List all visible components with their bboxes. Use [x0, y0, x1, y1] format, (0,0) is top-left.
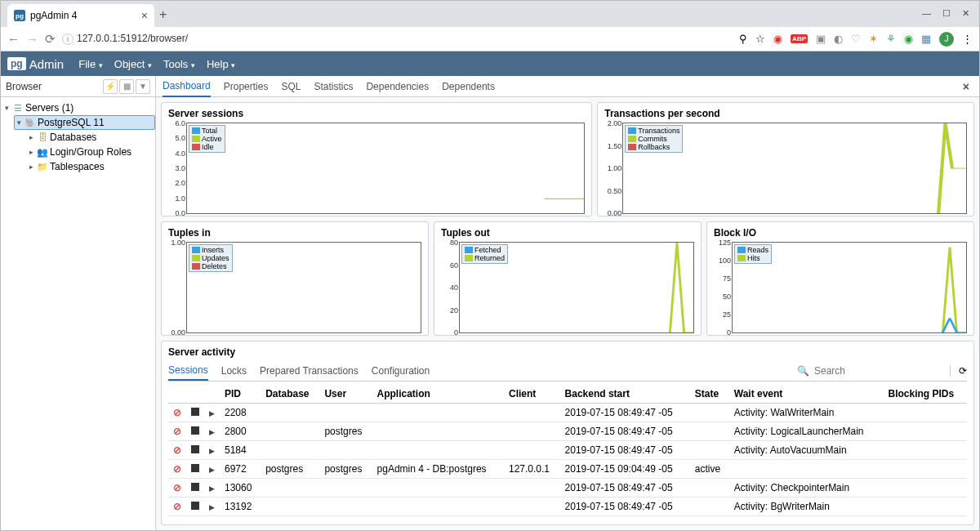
- tab-locks[interactable]: Locks: [221, 362, 247, 380]
- col-header[interactable]: [186, 385, 204, 404]
- table-row[interactable]: ⊘▶22082019-07-15 08:49:47 -05Activity: W…: [168, 404, 967, 422]
- content-tabs: Dashboard Properties SQL Statistics Depe…: [156, 76, 979, 97]
- col-header[interactable]: User: [319, 385, 372, 404]
- browser-toolbar: ← → ⟳ i127.0.0.1:51912/browser/ ⚲ ☆ ◉ AB…: [1, 27, 979, 51]
- col-header[interactable]: State: [690, 385, 729, 404]
- menu-object[interactable]: Object ▾: [109, 56, 157, 72]
- ext7-icon[interactable]: ◉: [904, 33, 913, 45]
- terminate-icon[interactable]: [191, 426, 199, 435]
- collapse-icon[interactable]: ▾: [2, 104, 11, 112]
- sidebar-btn-2[interactable]: ▦: [119, 79, 134, 94]
- tree-servers[interactable]: ▾ ☰ Servers (1): [1, 100, 155, 115]
- cancel-icon[interactable]: ⊘: [173, 501, 181, 512]
- expand-row-icon[interactable]: ▶: [209, 409, 215, 417]
- close-panel-icon[interactable]: ×: [963, 80, 973, 93]
- maximize-icon[interactable]: ☐: [942, 8, 951, 19]
- col-header[interactable]: PID: [220, 385, 261, 404]
- table-row[interactable]: ⊘▶2800postgres2019-07-15 08:49:47 -05Act…: [168, 422, 967, 441]
- ext5-icon[interactable]: ✶: [869, 33, 878, 45]
- menu-tools[interactable]: Tools ▾: [158, 56, 200, 72]
- col-header[interactable]: [204, 385, 220, 404]
- content-area: Dashboard Properties SQL Statistics Depe…: [156, 76, 979, 530]
- cancel-icon[interactable]: ⊘: [173, 407, 181, 418]
- col-header[interactable]: Backend start: [560, 385, 690, 404]
- collapse-icon[interactable]: ▾: [15, 118, 23, 127]
- close-tab-icon[interactable]: ×: [141, 9, 148, 22]
- tab-dependencies[interactable]: Dependencies: [366, 81, 429, 92]
- search-icon: 🔍: [797, 365, 809, 377]
- expand-row-icon[interactable]: ▶: [209, 503, 215, 511]
- expand-row-icon[interactable]: ▶: [209, 428, 215, 436]
- col-header[interactable]: Database: [261, 385, 319, 404]
- reload-icon[interactable]: ⟳: [45, 32, 56, 47]
- tab-dependents[interactable]: Dependents: [442, 81, 495, 92]
- table-row[interactable]: ⊘▶130602019-07-15 08:49:47 -05Activity: …: [168, 479, 967, 498]
- tab-properties[interactable]: Properties: [224, 81, 269, 92]
- tab-prepared[interactable]: Prepared Transactions: [260, 362, 359, 380]
- activity-tabs: Sessions Locks Prepared Transactions Con…: [168, 361, 967, 382]
- menu-help[interactable]: Help ▾: [202, 56, 240, 72]
- table-row[interactable]: ⊘▶131922019-07-15 08:49:47 -05Activity: …: [168, 498, 967, 516]
- menu-icon[interactable]: ⋮: [962, 33, 973, 45]
- col-header[interactable]: Wait event: [729, 385, 884, 404]
- forward-icon[interactable]: →: [26, 32, 38, 46]
- ext8-icon[interactable]: ▦: [921, 33, 931, 45]
- servers-icon: ☰: [12, 102, 24, 114]
- col-header[interactable]: Blocking PIDs: [883, 385, 967, 404]
- tab-config[interactable]: Configuration: [372, 362, 430, 380]
- search-input[interactable]: [814, 365, 937, 377]
- profile-icon[interactable]: J: [939, 32, 954, 47]
- table-row[interactable]: ⊘▶6972postgrespostgrespgAdmin 4 - DB:pos…: [168, 460, 967, 479]
- expand-row-icon[interactable]: ▶: [209, 447, 215, 455]
- key-icon[interactable]: ⚲: [739, 33, 747, 45]
- terminate-icon[interactable]: [191, 483, 199, 491]
- refresh-icon[interactable]: ⟳: [950, 365, 967, 377]
- sidebar-btn-1[interactable]: ⚡: [103, 79, 118, 94]
- ext-icon[interactable]: ◉: [773, 33, 782, 45]
- cancel-icon[interactable]: ⊘: [173, 444, 181, 456]
- col-header[interactable]: [168, 385, 186, 404]
- panel-server-activity: Server activity Sessions Locks Prepared …: [161, 341, 974, 525]
- ext3-icon[interactable]: ◐: [834, 33, 843, 45]
- minimize-icon[interactable]: —: [922, 8, 931, 19]
- expand-icon[interactable]: ▸: [27, 163, 35, 171]
- terminate-icon[interactable]: [191, 502, 199, 510]
- address-bar[interactable]: i127.0.0.1:51912/browser/: [62, 33, 188, 45]
- expand-icon[interactable]: ▸: [27, 148, 35, 156]
- elephant-icon: 🐘: [24, 117, 36, 128]
- new-tab-button[interactable]: +: [159, 7, 167, 22]
- sidebar-btn-filter[interactable]: ▼: [136, 79, 150, 94]
- tree-roles[interactable]: ▸ 👥 Login/Group Roles: [1, 145, 155, 159]
- expand-icon[interactable]: ▸: [27, 133, 35, 141]
- close-window-icon[interactable]: ✕: [962, 8, 969, 19]
- col-header[interactable]: Client: [504, 385, 560, 404]
- expand-row-icon[interactable]: ▶: [209, 466, 215, 474]
- cancel-icon[interactable]: ⊘: [173, 426, 181, 437]
- ext2-icon[interactable]: ▣: [816, 33, 826, 45]
- panel-title: Tuples in: [168, 227, 421, 239]
- cancel-icon[interactable]: ⊘: [173, 463, 181, 475]
- tab-statistics[interactable]: Statistics: [314, 81, 353, 92]
- col-header[interactable]: Application: [372, 385, 504, 404]
- terminate-icon[interactable]: [191, 408, 199, 416]
- tab-sql[interactable]: SQL: [281, 81, 301, 92]
- ext4-icon[interactable]: ♡: [851, 33, 861, 45]
- tab-sessions[interactable]: Sessions: [168, 361, 208, 381]
- browser-tab[interactable]: pg pgAdmin 4 ×: [7, 4, 154, 27]
- tree-tablespaces[interactable]: ▸ 📁 Tablespaces: [1, 159, 155, 174]
- terminate-icon[interactable]: [191, 445, 199, 453]
- expand-row-icon[interactable]: ▶: [209, 484, 215, 493]
- chart-tout: 806040200 FetchedReturned: [459, 242, 694, 333]
- ext6-icon[interactable]: ⚘: [886, 33, 896, 45]
- table-row[interactable]: ⊘▶51842019-07-15 08:49:47 -05Activity: A…: [168, 441, 967, 460]
- tab-dashboard[interactable]: Dashboard: [163, 76, 211, 97]
- menu-file[interactable]: File ▾: [74, 56, 108, 72]
- abp-icon[interactable]: ABP: [791, 34, 808, 43]
- pgadmin-menu: File ▾ Object ▾ Tools ▾ Help ▾: [74, 56, 240, 72]
- cancel-icon[interactable]: ⊘: [173, 482, 181, 493]
- tree-databases[interactable]: ▸ 🗄 Databases: [1, 130, 155, 145]
- star-icon[interactable]: ☆: [755, 33, 765, 45]
- back-icon[interactable]: ←: [7, 32, 20, 46]
- terminate-icon[interactable]: [191, 464, 199, 472]
- tree-server-pg11[interactable]: ▾ 🐘 PostgreSQL 11: [14, 115, 155, 130]
